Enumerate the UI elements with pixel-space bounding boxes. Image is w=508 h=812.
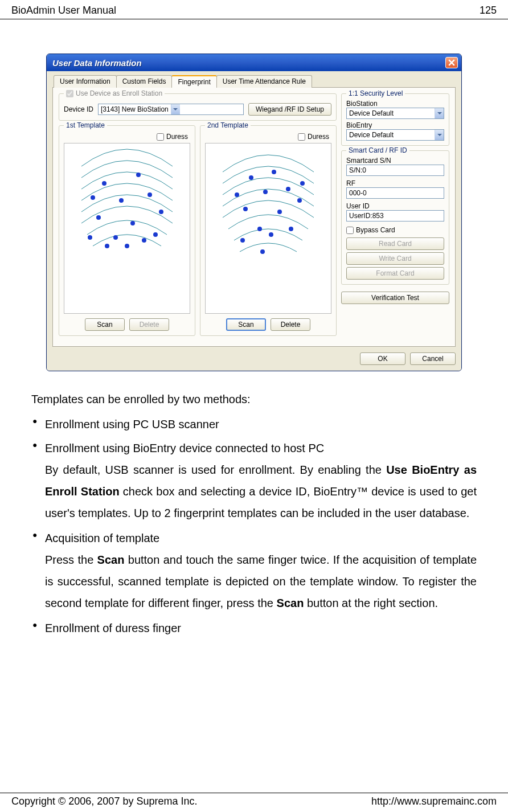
svg-point-13 — [88, 235, 92, 240]
template2-duress-checkbox[interactable] — [298, 133, 305, 141]
svg-point-11 — [125, 244, 129, 248]
device-id-select[interactable]: [3143] New BioStation — [98, 104, 244, 115]
svg-point-7 — [113, 235, 118, 240]
smartcard-legend: Smart Card / RF ID — [346, 146, 409, 154]
svg-point-1 — [136, 173, 141, 177]
svg-point-9 — [91, 195, 95, 200]
svg-point-8 — [142, 238, 146, 243]
template2-preview — [205, 143, 331, 314]
bullet-3-para: Press the Scan button and touch the same… — [45, 549, 477, 614]
svg-point-18 — [243, 207, 248, 211]
chevron-down-icon — [171, 104, 180, 114]
bullet-1: Enrollment using PC USB scanner — [45, 413, 477, 435]
tab-time-attendance[interactable]: User Time Attendance Rule — [216, 75, 312, 88]
intro-text: Templates can be enrolled by two methods… — [31, 388, 477, 410]
bullet-4: Enrollment of duress finger — [45, 617, 477, 639]
template1-delete-button[interactable]: Delete — [129, 318, 169, 331]
verification-test-button[interactable]: Verification Test — [341, 292, 449, 304]
userid-input[interactable] — [346, 210, 444, 222]
template1-duress-label: Duress — [166, 133, 188, 141]
svg-point-2 — [119, 198, 124, 203]
svg-point-24 — [289, 227, 293, 231]
close-icon[interactable] — [445, 57, 458, 68]
svg-point-20 — [297, 198, 302, 203]
svg-point-10 — [105, 244, 109, 248]
bioentry-select[interactable]: Device Default — [346, 129, 444, 141]
svg-point-22 — [235, 192, 239, 197]
bullet-2-para: By default, USB scanner is used for enro… — [45, 459, 477, 524]
svg-point-27 — [300, 181, 305, 186]
bullet-2: Enrollment using BioEntry device connect… — [45, 442, 324, 454]
enroll-station-checkbox[interactable]: Use Device as Enroll Station — [66, 89, 162, 97]
tab-user-information[interactable]: User Information — [54, 75, 117, 88]
svg-point-5 — [130, 221, 135, 225]
biostation-select[interactable]: Device Default — [346, 108, 444, 119]
read-card-button[interactable]: Read Card — [346, 237, 444, 250]
template1-legend: 1st Template — [64, 121, 107, 129]
template1-duress-checkbox[interactable] — [157, 133, 164, 141]
biostation-label: BioStation — [346, 100, 444, 108]
page-number: 125 — [480, 5, 497, 17]
footer-right: http://www.supremainc.com — [371, 795, 497, 807]
svg-point-23 — [269, 232, 273, 237]
svg-point-17 — [286, 187, 290, 191]
rf-label: RF — [346, 179, 444, 187]
svg-point-19 — [277, 210, 282, 214]
bypass-checkbox[interactable] — [346, 227, 354, 234]
svg-point-0 — [102, 181, 106, 186]
template2-scan-button[interactable]: Scan — [226, 318, 266, 331]
bioentry-label: BioEntry — [346, 121, 444, 129]
svg-point-26 — [260, 249, 265, 254]
chevron-down-icon — [435, 130, 444, 140]
userid-label: User ID — [346, 202, 444, 210]
svg-point-4 — [96, 215, 101, 220]
template1-scan-button[interactable]: Scan — [85, 318, 125, 331]
header-left: BioAdmin User Manual — [11, 5, 116, 17]
bypass-label: Bypass Card — [356, 226, 395, 234]
footer-left: Copyright © 2006, 2007 by Suprema Inc. — [11, 795, 197, 807]
security-legend: 1:1 Security Level — [346, 89, 405, 97]
template2-legend: 2nd Template — [205, 121, 251, 129]
smartcard-sn-input[interactable] — [346, 165, 444, 176]
ok-button[interactable]: OK — [360, 352, 405, 365]
smartcard-sn-label: Smartcard S/N — [346, 157, 444, 165]
dialog-title: User Data Information — [52, 58, 142, 68]
wiegand-setup-button[interactable]: Wiegand /RF ID Setup — [248, 103, 331, 116]
svg-point-6 — [159, 210, 163, 214]
tab-custom-fields[interactable]: Custom Fields — [116, 75, 173, 88]
tab-fingerprint[interactable]: Fingerprint — [171, 75, 216, 88]
svg-point-12 — [153, 232, 158, 237]
rf-input[interactable] — [346, 187, 444, 199]
write-card-button[interactable]: Write Card — [346, 252, 444, 265]
svg-point-14 — [249, 175, 253, 180]
cancel-button[interactable]: Cancel — [410, 352, 456, 365]
chevron-down-icon — [435, 108, 444, 118]
device-id-label: Device ID — [64, 105, 93, 113]
svg-point-15 — [272, 170, 276, 174]
svg-point-3 — [148, 192, 152, 197]
format-card-button[interactable]: Format Card — [346, 267, 444, 280]
svg-point-21 — [257, 227, 262, 231]
template2-duress-label: Duress — [308, 133, 329, 141]
svg-point-25 — [240, 238, 245, 243]
template2-delete-button[interactable]: Delete — [271, 318, 310, 331]
bullet-3: Acquisition of template — [45, 532, 159, 544]
user-data-dialog: User Data Information User Information C… — [46, 54, 462, 371]
svg-point-16 — [263, 190, 268, 194]
template1-preview — [64, 143, 190, 314]
